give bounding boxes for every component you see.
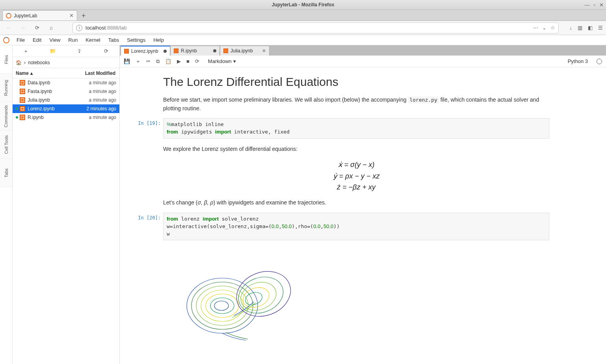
- breadcrumb-folder[interactable]: notebooks: [28, 60, 50, 65]
- browser-tab[interactable]: JupyterLab ✕: [2, 10, 77, 20]
- home-icon[interactable]: 🏠: [16, 60, 22, 65]
- svg-point-9: [237, 278, 280, 315]
- cell-input[interactable]: %matplotlib inline from ipywidgets impor…: [163, 118, 549, 139]
- cell-type-dropdown[interactable]: Markdown ▾: [208, 58, 236, 64]
- file-modified: a minute ago: [89, 115, 116, 120]
- document-tab[interactable]: R.ipynb: [170, 46, 220, 56]
- refresh-button[interactable]: ⟳: [93, 45, 119, 57]
- file-name: Julia.ipynb: [28, 97, 89, 103]
- document-tab[interactable]: Lorenz.ipynb: [121, 46, 170, 56]
- file-item[interactable]: Fasta.ipynba minute ago: [13, 87, 119, 96]
- restart-icon[interactable]: ⟳: [195, 58, 199, 64]
- notebook-body[interactable]: The Lorenz Differential Equations Before…: [120, 67, 606, 364]
- bookmark-icon[interactable]: ☆: [550, 25, 555, 31]
- code-cell[interactable]: In [20]: from lorenz import solve_lorenz…: [163, 213, 549, 241]
- notebook-title: The Lorenz Differential Equations: [163, 75, 549, 89]
- menu-icon[interactable]: ☰: [598, 25, 603, 31]
- new-folder-button[interactable]: 📁: [39, 45, 66, 57]
- svg-point-3: [201, 290, 244, 321]
- menu-help[interactable]: Help: [149, 35, 168, 45]
- jupyter-logo-icon: [0, 35, 13, 45]
- lorenz-equations: ẋ = σ(y − x) ẏ = ρx − y − xz ż = −βz + x…: [163, 159, 549, 193]
- reload-button[interactable]: ⟳: [32, 22, 43, 33]
- file-modified: a minute ago: [89, 89, 116, 94]
- copy-icon[interactable]: ⧉: [156, 58, 160, 65]
- file-modified: a minute ago: [89, 97, 116, 103]
- browser-tabstrip: JupyterLab ✕ +: [0, 10, 606, 21]
- dirty-indicator-icon: [213, 49, 216, 52]
- window-title: JupyterLab - Mozilla Firefox: [272, 2, 335, 7]
- tab-label: R.ipynb: [181, 48, 211, 54]
- file-name: R.ipynb: [28, 115, 89, 120]
- file-item[interactable]: Lorenz.ipynb2 minutes ago: [13, 104, 119, 113]
- paste-icon[interactable]: 📋: [165, 58, 171, 64]
- notebook-icon: [20, 106, 25, 111]
- cell-input[interactable]: from lorenz import solve_lorenz w=intera…: [163, 213, 549, 241]
- dirty-indicator-icon: [164, 50, 167, 53]
- main-dock: Lorenz.ipynbR.ipynbJulia.ipynb✕ 💾 ＋ ✂ ⧉ …: [120, 45, 606, 364]
- left-rail: FilesRunningCommandsCell ToolsTabs: [0, 45, 13, 364]
- save-icon[interactable]: 💾: [124, 58, 130, 64]
- notebook-icon: [20, 97, 25, 103]
- breadcrumb[interactable]: 🏠 › notebooks: [13, 57, 119, 68]
- window-close-icon[interactable]: ✕: [599, 2, 604, 8]
- kernel-indicator-icon[interactable]: [597, 59, 602, 64]
- close-icon[interactable]: ✕: [262, 48, 266, 54]
- page-actions-icon[interactable]: ⋯: [533, 25, 538, 31]
- svg-point-2: [196, 286, 248, 325]
- rail-tab-tabs[interactable]: Tabs: [0, 159, 12, 187]
- window-maximize-icon[interactable]: ▫: [593, 2, 595, 8]
- back-button[interactable]: ←: [3, 22, 14, 33]
- file-item[interactable]: Data.ipynba minute ago: [13, 78, 119, 87]
- svg-point-6: [214, 301, 229, 310]
- menu-settings[interactable]: Settings: [123, 35, 149, 45]
- jupyter-menubar: FileEditViewRunKernelTabsSettingsHelp: [0, 35, 606, 45]
- kernel-name[interactable]: Python 3: [568, 58, 588, 64]
- intro-paragraph: Before we start, we import some prelimin…: [163, 96, 549, 113]
- notebook-icon: [20, 89, 25, 94]
- upload-button[interactable]: ⇪: [66, 45, 93, 57]
- rail-tab-running[interactable]: Running: [0, 74, 12, 102]
- menu-kernel[interactable]: Kernel: [82, 35, 104, 45]
- menu-tabs[interactable]: Tabs: [104, 35, 123, 45]
- code-cell[interactable]: In [19]: %matplotlib inline from ipywidg…: [163, 118, 549, 139]
- menu-run[interactable]: Run: [64, 35, 82, 45]
- menu-view[interactable]: View: [45, 35, 64, 45]
- url-text: localhost:8888/lab: [86, 25, 127, 31]
- sidebar-icon[interactable]: ◧: [588, 25, 593, 31]
- os-titlebar: JupyterLab - Mozilla Firefox — ▫ ✕: [0, 0, 606, 10]
- close-icon[interactable]: ✕: [69, 13, 74, 19]
- downloads-icon[interactable]: ↓: [570, 25, 573, 31]
- library-icon[interactable]: ▥: [578, 25, 582, 31]
- stop-icon[interactable]: ■: [186, 58, 190, 64]
- menu-edit[interactable]: Edit: [29, 35, 45, 45]
- file-name: Data.ipynb: [28, 80, 89, 85]
- file-list-header: Name ▴ Last Modified: [13, 68, 119, 78]
- file-item[interactable]: Julia.ipynba minute ago: [13, 96, 119, 104]
- tab-label: Lorenz.ipynb: [131, 48, 161, 54]
- run-icon[interactable]: ▶: [177, 58, 181, 64]
- rail-tab-cell-tools[interactable]: Cell Tools: [0, 130, 12, 159]
- cut-icon[interactable]: ✂: [146, 58, 151, 64]
- site-info-icon[interactable]: i: [76, 25, 82, 31]
- document-tab[interactable]: Julia.ipynb✕: [220, 46, 270, 56]
- file-modified: 2 minutes ago: [87, 106, 116, 111]
- file-item[interactable]: R.ipynba minute ago: [13, 113, 119, 122]
- rail-tab-files[interactable]: Files: [0, 45, 12, 74]
- rail-tab-commands[interactable]: Commands: [0, 102, 12, 130]
- notebook-icon: [223, 48, 228, 53]
- home-button[interactable]: ⌂: [46, 22, 57, 33]
- insert-cell-icon[interactable]: ＋: [136, 58, 141, 65]
- menu-file[interactable]: File: [13, 35, 29, 45]
- window-minimize-icon[interactable]: —: [584, 2, 589, 8]
- new-tab-button[interactable]: +: [79, 11, 88, 20]
- notebook-icon: [20, 115, 25, 120]
- new-launcher-button[interactable]: ＋: [13, 45, 39, 57]
- cell-prompt: In [20]:: [132, 215, 161, 221]
- forward-button[interactable]: →: [17, 22, 28, 33]
- file-modified: a minute ago: [89, 80, 116, 85]
- change-paragraph: Let's change (σ, β, ρ) with ipywidgets a…: [163, 199, 549, 207]
- notebook-icon: [20, 80, 25, 85]
- pocket-icon[interactable]: ⌄: [542, 25, 547, 31]
- url-bar[interactable]: i localhost:8888/lab ⋯ ⌄ ☆: [72, 22, 559, 33]
